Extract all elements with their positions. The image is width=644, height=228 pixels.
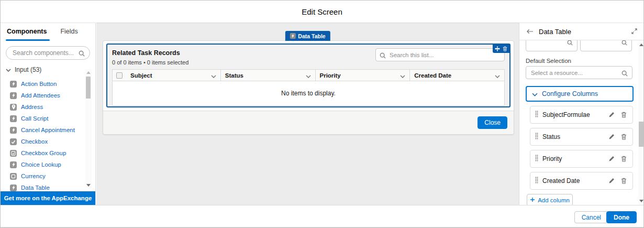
trash-icon[interactable] (620, 133, 628, 141)
checkbox-icon (10, 138, 17, 145)
column-card-label: Status (542, 133, 603, 140)
lightning-icon (10, 127, 17, 134)
map-pin-icon (10, 104, 17, 111)
lightning-icon (10, 115, 17, 122)
components-search (6, 46, 90, 60)
column-header-priority[interactable]: Priority (315, 70, 410, 81)
component-item-label: Checkbox (21, 138, 48, 145)
list-search-input[interactable] (375, 48, 505, 61)
lightning-icon (290, 33, 295, 39)
plus-icon (530, 197, 535, 203)
lightning-icon (10, 161, 17, 168)
scrollbar-thumb[interactable] (639, 122, 643, 147)
drag-handle-icon[interactable] (535, 176, 538, 186)
back-arrow-icon[interactable] (527, 27, 534, 36)
drag-handle-icon[interactable] (535, 132, 538, 142)
lightning-icon (10, 81, 17, 88)
drag-handle-icon[interactable] (535, 110, 538, 120)
edit-pencil-icon[interactable] (607, 177, 616, 185)
components-list-scrollbar[interactable] (85, 69, 92, 188)
search-icon (621, 69, 628, 79)
column-card-subjectformulae[interactable]: SubjectFormulae (530, 106, 633, 124)
section-input[interactable]: Input (53) (1, 60, 95, 75)
component-toolbar (493, 45, 509, 53)
resource-input-partial[interactable] (580, 40, 632, 51)
component-item-label: Data Table (21, 184, 50, 191)
edit-pencil-icon[interactable] (607, 111, 616, 119)
components-search-input[interactable] (6, 46, 90, 60)
drag-handle-icon[interactable] (535, 154, 538, 164)
tab-fields[interactable]: Fields (60, 28, 77, 41)
default-selection-combobox (526, 66, 632, 79)
default-selection-input[interactable] (526, 66, 632, 79)
screen-canvas: Data Table Related Task Records 0 (96, 23, 519, 205)
section-input-label: Input (53) (15, 66, 41, 73)
column-card-priority[interactable]: Priority (530, 150, 633, 168)
appexchange-link[interactable]: Get more on the AppExchange (1, 191, 95, 205)
properties-content: Default Selection Configure Columns Subj… (519, 40, 638, 205)
properties-panel: Data Table Default Selection C (519, 23, 644, 205)
list-title: Related Task Records (112, 48, 188, 57)
chevron-down-icon[interactable] (400, 71, 405, 80)
scrollbar-thumb[interactable] (86, 77, 91, 99)
screen-preview-card: Related Task Records 0 of 0 items • 0 it… (103, 40, 514, 135)
add-column-label: Add column (538, 197, 570, 203)
search-icon (621, 40, 627, 48)
component-item-address[interactable]: Address (1, 101, 85, 113)
column-header-created-date[interactable]: Created Date (409, 70, 504, 81)
chevron-down-icon[interactable] (211, 71, 216, 80)
component-item-label: Call Script (21, 115, 48, 122)
scroll-down-arrow[interactable] (638, 198, 644, 204)
search-icon (79, 49, 85, 59)
edit-pencil-icon[interactable] (607, 133, 616, 141)
records-table: Subject Status Priority (112, 69, 505, 106)
component-item-label: Add Attendees (21, 92, 60, 99)
column-card-label: Created Date (542, 177, 603, 184)
scroll-up-arrow[interactable] (638, 41, 644, 48)
component-item-add-attendees[interactable]: Add Attendees (1, 90, 85, 101)
component-item-currency[interactable]: Currency (1, 170, 85, 182)
scroll-up-arrow[interactable] (85, 69, 92, 75)
component-item-checkbox[interactable]: Checkbox (1, 136, 85, 147)
component-item-checkbox-group[interactable]: Checkbox Group (1, 147, 85, 159)
done-button[interactable]: Done (606, 211, 637, 223)
component-item-choice-lookup[interactable]: Choice Lookup (1, 159, 85, 170)
component-item-data-table[interactable]: Data Table (1, 182, 85, 191)
component-item-cancel-appointment[interactable]: Cancel Appointment (1, 124, 85, 136)
default-selection-label: Default Selection (526, 58, 638, 64)
column-header-status[interactable]: Status (220, 70, 315, 81)
select-all-checkbox[interactable] (116, 72, 123, 79)
chevron-down-icon[interactable] (306, 71, 311, 80)
scroll-down-arrow[interactable] (85, 182, 92, 188)
select-all-cell (113, 70, 126, 81)
data-table-component[interactable]: Related Task Records 0 of 0 items • 0 it… (106, 44, 510, 107)
expand-icon[interactable] (631, 27, 637, 36)
selected-component-badge: Data Table (285, 31, 330, 41)
trash-icon[interactable] (620, 177, 628, 185)
tab-components[interactable]: Components (7, 28, 47, 41)
resource-input-partial[interactable] (526, 40, 578, 51)
component-item-action-button[interactable]: Action Button (1, 78, 85, 90)
column-header-subject[interactable]: Subject (126, 70, 220, 81)
components-list: Action Button Add Attendees Address Call… (1, 78, 85, 191)
column-card-label: SubjectFormulae (542, 111, 603, 118)
add-column-button[interactable]: Add column (527, 194, 573, 205)
cancel-button[interactable]: Cancel (574, 211, 608, 223)
modal-titlebar: Edit Screen (1, 1, 643, 23)
search-icon (380, 51, 386, 61)
edit-pencil-icon[interactable] (607, 155, 616, 163)
properties-scrollbar[interactable] (638, 40, 644, 205)
component-item-call-script[interactable]: Call Script (1, 113, 85, 124)
trash-icon[interactable] (620, 111, 628, 119)
clipped-resource-inputs (526, 40, 638, 51)
modal-footer: Cancel Done (1, 205, 643, 227)
trash-icon[interactable] (620, 155, 628, 163)
trash-icon[interactable] (503, 46, 507, 51)
chevron-down-icon[interactable] (495, 71, 500, 80)
column-card-created-date[interactable]: Created Date (530, 172, 633, 190)
properties-title: Data Table (539, 28, 626, 36)
close-button[interactable]: Close (478, 116, 507, 129)
configure-columns-section[interactable]: Configure Columns (526, 86, 634, 102)
move-icon[interactable] (495, 46, 500, 51)
column-card-status[interactable]: Status (530, 128, 633, 146)
